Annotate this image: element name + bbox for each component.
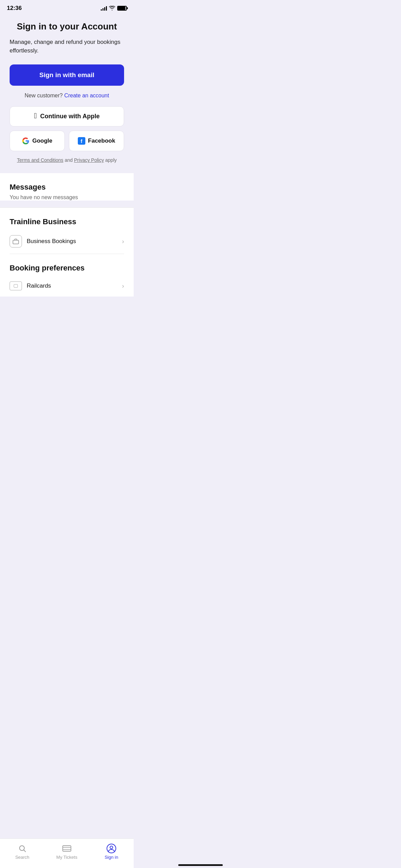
- new-customer-text: New customer?: [25, 93, 63, 98]
- facebook-button[interactable]: f Facebook: [69, 131, 124, 151]
- subtitle-text: Manage, change and refund your bookings …: [10, 38, 124, 55]
- booking-preferences-section: Booking preferences Railcards ›: [0, 254, 134, 297]
- sign-in-email-button[interactable]: Sign in with email: [10, 64, 124, 86]
- trainline-business-title: Trainline Business: [10, 217, 124, 226]
- google-button[interactable]: Google: [10, 131, 65, 151]
- chevron-right-railcard-icon: ›: [122, 282, 124, 290]
- business-bookings-item[interactable]: Business Bookings ›: [10, 229, 124, 254]
- booking-preferences-title: Booking preferences: [10, 264, 124, 273]
- railcard-icon: [10, 281, 22, 290]
- trainline-business-section: Trainline Business Business Bookings ›: [0, 208, 134, 254]
- railcards-label: Railcards: [27, 282, 122, 289]
- apple-button-label: Continue with Apple: [40, 113, 99, 120]
- wifi-icon: [109, 6, 115, 11]
- facebook-button-label: Facebook: [88, 137, 115, 144]
- terms-and-text: and: [65, 157, 74, 163]
- briefcase-icon: [10, 235, 22, 248]
- status-time: 12:36: [7, 5, 22, 12]
- privacy-link[interactable]: Privacy Policy: [74, 157, 104, 163]
- google-icon: [22, 137, 29, 145]
- apply-text: apply: [105, 157, 117, 163]
- terms-link[interactable]: Terms and Conditions: [17, 157, 63, 163]
- battery-icon: [117, 6, 127, 11]
- social-buttons-row: Google f Facebook: [10, 131, 124, 151]
- messages-title: Messages: [10, 183, 124, 192]
- chevron-right-icon: ›: [122, 238, 124, 245]
- page-title: Sign in to your Account: [10, 21, 124, 32]
- terms-row: Terms and Conditions and Privacy Policy …: [10, 157, 124, 163]
- signin-section: Sign in to your Account Manage, change a…: [0, 14, 134, 173]
- apple-logo-icon: : [34, 112, 37, 120]
- create-account-link[interactable]: Create an account: [64, 93, 109, 98]
- status-bar: 12:36: [0, 0, 134, 14]
- signal-bars-icon: [101, 6, 107, 11]
- facebook-icon: f: [78, 137, 85, 145]
- new-customer-row: New customer? Create an account: [10, 93, 124, 99]
- continue-apple-button[interactable]:  Continue with Apple: [10, 106, 124, 126]
- messages-subtitle: You have no new messages: [10, 194, 124, 201]
- google-button-label: Google: [32, 137, 52, 144]
- business-bookings-label: Business Bookings: [27, 238, 122, 245]
- status-icons: [101, 6, 127, 11]
- messages-section: Messages You have no new messages: [0, 173, 134, 201]
- svg-rect-0: [13, 240, 19, 244]
- railcards-item[interactable]: Railcards ›: [10, 275, 124, 297]
